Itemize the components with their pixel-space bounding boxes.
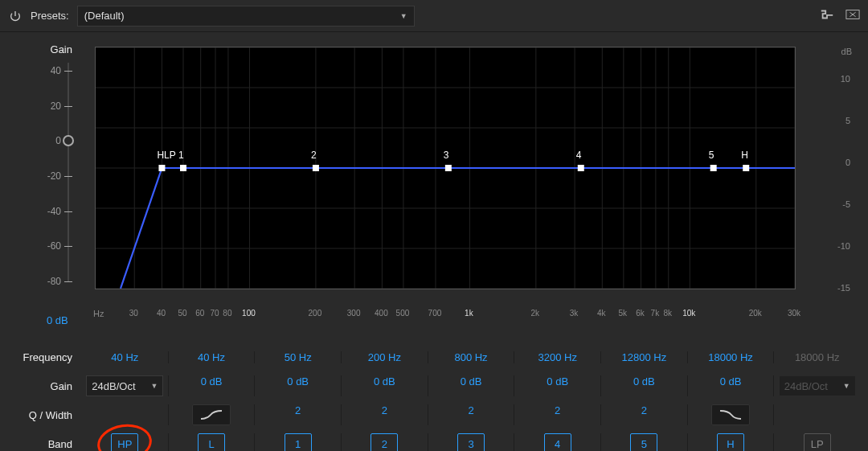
- band-q-value[interactable]: 2: [295, 404, 301, 416]
- band-gain-value[interactable]: 0 dB: [287, 375, 309, 387]
- top-bar: Presets: (Default) ▼: [0, 0, 868, 32]
- gain-tick-label: 40: [51, 65, 61, 76]
- band-params: Frequency40 Hz40 Hz50 Hz200 Hz800 Hz3200…: [0, 342, 868, 451]
- shelf-shape-low-button[interactable]: [192, 404, 231, 425]
- power-button[interactable]: [8, 9, 23, 23]
- gain-tick-label: -20: [47, 170, 61, 182]
- gain-tick-label: -80: [47, 276, 61, 287]
- preset-select[interactable]: (Default) ▼: [77, 6, 415, 27]
- close-icon[interactable]: [845, 9, 860, 23]
- gain-tick-label: 20: [51, 100, 61, 112]
- gain-slider-track[interactable]: [68, 63, 69, 281]
- band-q-value[interactable]: 2: [468, 404, 473, 416]
- freq-row-label: Frequency: [8, 351, 82, 363]
- hz-unit: Hz: [93, 309, 104, 318]
- band-button-1[interactable]: 1: [285, 433, 312, 451]
- band-q-value[interactable]: 2: [382, 404, 387, 416]
- sidechain-icon[interactable]: [820, 9, 834, 23]
- band-freq-value[interactable]: 40 Hz: [198, 351, 225, 363]
- band-freq-value[interactable]: 50 Hz: [285, 351, 312, 363]
- gain-slider-value: 0 dB: [47, 314, 68, 326]
- x-axis: Hz 3040506070801002003004005007001k2k3k4…: [95, 309, 812, 325]
- gain-slider-column: Gain 40200-20-40-60-80 0 dB: [0, 32, 80, 305]
- band-q-value[interactable]: 2: [555, 404, 560, 416]
- band-button-l[interactable]: L: [198, 433, 225, 451]
- band-button-3[interactable]: 3: [457, 433, 485, 451]
- band-freq-value[interactable]: 800 Hz: [454, 351, 487, 363]
- band-button-5[interactable]: 5: [630, 433, 657, 451]
- preset-value: (Default): [84, 10, 125, 22]
- band-gain-value[interactable]: 0 dB: [547, 375, 568, 387]
- gain-tick-label: -40: [47, 206, 61, 217]
- band-freq-value[interactable]: 18000 Hz: [708, 351, 753, 363]
- band-freq-value[interactable]: 18000 Hz: [795, 351, 840, 363]
- eq-plot[interactable]: dB 1050-5-10-15 Hz 304050607080100200300…: [95, 47, 812, 305]
- band-gain-value[interactable]: 0 dB: [461, 375, 482, 387]
- slope-select[interactable]: 24dB/Oct▼: [779, 375, 856, 396]
- q-row-label: Q / Width: [8, 409, 82, 421]
- band-gain-value[interactable]: 0 dB: [633, 375, 655, 387]
- right-db-axis: dB 1050-5-10-15: [816, 47, 860, 305]
- slope-select[interactable]: 24dB/Oct▼: [86, 375, 163, 396]
- band-freq-value[interactable]: 200 Hz: [368, 351, 401, 363]
- shelf-shape-high-button[interactable]: [711, 404, 750, 425]
- band-row-label: Band: [8, 438, 82, 450]
- band-button-4[interactable]: 4: [544, 433, 571, 451]
- gain-tick-label: -60: [47, 240, 61, 252]
- band-freq-value[interactable]: 40 Hz: [111, 351, 138, 363]
- band-button-h[interactable]: H: [717, 433, 744, 451]
- gain-row-label: Gain: [8, 380, 82, 392]
- band-freq-value[interactable]: 3200 Hz: [538, 351, 576, 363]
- band-gain-value[interactable]: 0 dB: [201, 375, 223, 387]
- band-freq-value[interactable]: 12800 Hz: [622, 351, 667, 363]
- band-gain-value[interactable]: 0 dB: [374, 375, 395, 387]
- band-button-hp[interactable]: HP: [111, 433, 138, 451]
- band-button-lp[interactable]: LP: [804, 433, 831, 451]
- band-button-2[interactable]: 2: [371, 433, 398, 451]
- db-unit: dB: [841, 47, 852, 56]
- band-gain-value[interactable]: 0 dB: [720, 375, 742, 387]
- gain-axis-label: Gain: [51, 43, 72, 55]
- presets-label: Presets:: [31, 10, 69, 22]
- chevron-down-icon: ▼: [400, 12, 407, 20]
- gain-slider-knob[interactable]: [63, 135, 74, 146]
- band-q-value[interactable]: 2: [641, 404, 647, 416]
- gain-tick-label: 0: [55, 135, 61, 146]
